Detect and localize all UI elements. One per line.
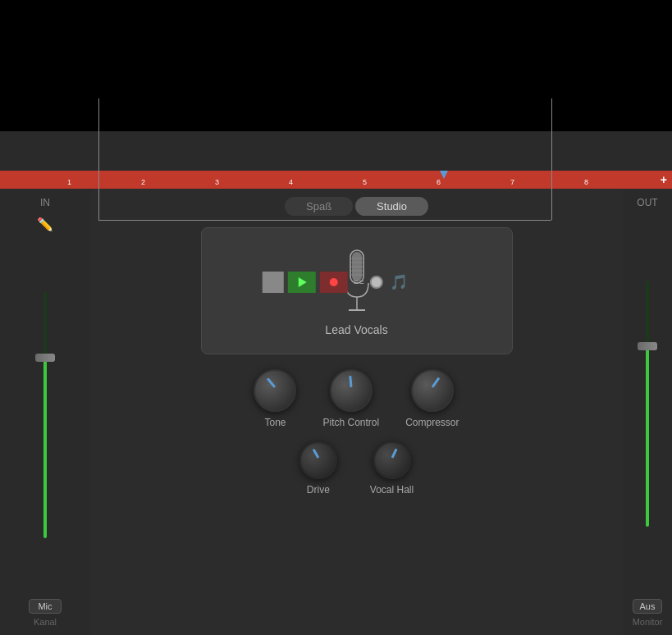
- vocal-hall-indicator: [391, 448, 397, 458]
- vertical-line-left: [98, 98, 99, 220]
- tone-knob[interactable]: [254, 369, 296, 412]
- in-label: IN: [40, 197, 50, 208]
- tab-spass[interactable]: Spaß: [285, 197, 353, 216]
- ruler-tick-2: 2: [141, 178, 145, 186]
- drive-knob-container: Drive: [299, 441, 337, 496]
- timeline-add-button[interactable]: +: [661, 173, 667, 186]
- playhead-triangle: [440, 171, 448, 179]
- main-content: IN ✏️ Mic Kanal Spaß Studio: [0, 189, 672, 635]
- output-fader-container: [646, 217, 649, 591]
- tab-studio[interactable]: Studio: [355, 197, 428, 216]
- vocal-hall-knob-container: Vocal Hall: [370, 441, 414, 496]
- ruler-tick-8: 8: [584, 178, 588, 186]
- drive-label: Drive: [307, 484, 330, 496]
- output-fader-track: [646, 281, 649, 527]
- right-panel: OUT Aus Monitor: [623, 189, 672, 635]
- kanal-label: Kanal: [34, 617, 57, 627]
- compressor-indicator: [432, 377, 440, 388]
- pitch-indicator: [349, 376, 352, 387]
- vocal-hall-label: Vocal Hall: [370, 484, 414, 496]
- timeline[interactable]: 1 2 3 4 5 6 7 8 +: [0, 171, 672, 189]
- record-circle-icon: [329, 278, 337, 286]
- vocal-hall-knob[interactable]: [373, 441, 411, 479]
- ruler-tick-6: 6: [437, 178, 441, 186]
- knobs-row-2: Drive Vocal Hall: [299, 441, 414, 496]
- volume-knob[interactable]: [370, 276, 383, 289]
- input-fader-container: [43, 239, 47, 591]
- tabs-container: Spaß Studio: [285, 197, 428, 216]
- aus-button[interactable]: Aus: [633, 599, 663, 614]
- compressor-knob[interactable]: [411, 369, 454, 412]
- metronome-icon[interactable]: 🎵: [387, 271, 410, 294]
- pencil-icon: ✏️: [37, 217, 53, 232]
- pitch-control-label: Pitch Control: [322, 417, 379, 428]
- compressor-label: Compressor: [405, 417, 459, 428]
- ruler-tick-1: 1: [67, 178, 71, 186]
- tone-label: Tone: [264, 417, 286, 428]
- input-fader-track: [43, 292, 47, 538]
- horizontal-line: [98, 220, 551, 221]
- pitch-control-knob[interactable]: [330, 369, 373, 412]
- drive-indicator: [313, 449, 320, 459]
- left-panel: IN ✏️ Mic Kanal: [0, 189, 90, 635]
- out-label: OUT: [637, 197, 657, 208]
- tone-knob-container: Tone: [254, 369, 296, 428]
- stop-button[interactable]: [262, 272, 283, 293]
- vertical-line-right: [551, 98, 552, 220]
- mic-button[interactable]: Mic: [29, 599, 61, 614]
- play-triangle-icon: [299, 277, 307, 287]
- output-fader-knob[interactable]: [638, 342, 657, 350]
- record-button[interactable]: [319, 272, 347, 293]
- ruler-tick-3: 3: [215, 178, 219, 186]
- input-fader-green: [43, 358, 47, 538]
- pitch-control-knob-container: Pitch Control: [322, 369, 379, 428]
- app-container: = = 🎵 ? 1 2 3 4 5 6 7 8: [0, 131, 672, 635]
- top-black-area: [0, 0, 672, 131]
- output-fader-green: [646, 346, 649, 527]
- ruler-tick-4: 4: [289, 178, 293, 186]
- knobs-row-1: Tone Pitch Control Compressor: [254, 369, 459, 428]
- drive-knob[interactable]: [299, 441, 337, 479]
- tone-indicator: [267, 377, 276, 388]
- output-bottom-controls: Aus Monitor: [633, 599, 663, 627]
- play-button[interactable]: [287, 272, 315, 293]
- playhead: [440, 171, 448, 179]
- input-bottom-controls: Mic Kanal: [29, 599, 61, 627]
- toolbar-bg: [0, 131, 672, 171]
- input-fader-knob[interactable]: [35, 354, 55, 362]
- timeline-ruler: 1 2 3 4 5 6 7 8 +: [0, 171, 672, 189]
- monitor-label: Monitor: [633, 617, 663, 627]
- ruler-tick-7: 7: [510, 178, 514, 186]
- volume-dots: = =: [354, 278, 363, 287]
- ruler-tick-5: 5: [363, 178, 367, 186]
- transport-controls: = = 🎵: [262, 263, 409, 302]
- compressor-knob-container: Compressor: [405, 369, 459, 428]
- center-panel: Spaß Studio: [90, 189, 623, 635]
- vocal-label: Lead Vocals: [325, 323, 387, 336]
